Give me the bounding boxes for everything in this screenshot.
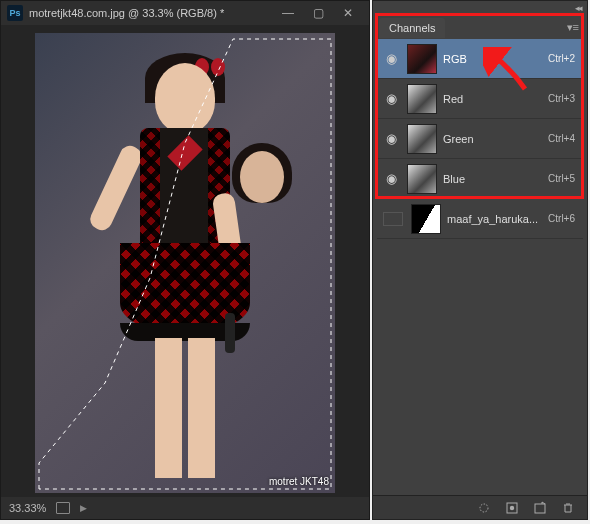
photoshop-app-icon: Ps — [7, 5, 23, 21]
visibility-eye-icon[interactable]: ◉ — [381, 91, 401, 106]
channel-row-green[interactable]: ◉ Green Ctrl+4 — [377, 119, 583, 159]
channel-row-rgb[interactable]: ◉ RGB Ctrl+2 — [377, 39, 583, 79]
channel-thumbnail — [411, 204, 441, 234]
new-channel-icon[interactable] — [531, 500, 549, 516]
channel-row-alpha[interactable]: maaf_ya_haruka... Ctrl+6 — [377, 199, 583, 239]
zoom-level[interactable]: 33.33% — [9, 502, 46, 514]
load-channel-as-selection-icon[interactable] — [475, 500, 493, 516]
visibility-eye-icon[interactable]: ◉ — [381, 131, 401, 146]
svg-point-2 — [510, 505, 514, 509]
channel-name: Red — [443, 93, 548, 105]
channel-shortcut: Ctrl+4 — [548, 133, 579, 144]
channels-tab[interactable]: Channels — [379, 18, 445, 38]
channels-panel: ◂◂ Channels ▾≡ ◉ RGB Ctrl+2 ◉ Red Ctrl+3… — [372, 0, 588, 520]
channel-name: Green — [443, 133, 548, 145]
panel-menu-icon[interactable]: ▾≡ — [567, 21, 579, 34]
maximize-button[interactable]: ▢ — [303, 2, 333, 24]
channel-shortcut: Ctrl+6 — [548, 213, 579, 224]
status-bar: 33.33% ▶ — [1, 497, 369, 519]
visibility-toggle-empty[interactable] — [383, 212, 403, 226]
canvas-area[interactable]: motret JKT48 — [1, 25, 369, 499]
channels-tab-label: Channels — [389, 22, 435, 34]
close-button[interactable]: ✕ — [333, 2, 363, 24]
svg-rect-3 — [535, 504, 545, 513]
document-title: motretjkt48.com.jpg @ 33.3% (RGB/8) * — [29, 7, 273, 19]
channel-thumbnail — [407, 164, 437, 194]
channel-row-red[interactable]: ◉ Red Ctrl+3 — [377, 79, 583, 119]
svg-point-0 — [480, 504, 488, 512]
document-info-icon[interactable] — [56, 502, 70, 514]
panel-footer — [373, 495, 587, 519]
channel-shortcut: Ctrl+5 — [548, 173, 579, 184]
document-image[interactable]: motret JKT48 — [35, 33, 335, 493]
visibility-eye-icon[interactable]: ◉ — [381, 51, 401, 66]
channel-shortcut: Ctrl+3 — [548, 93, 579, 104]
document-window: Ps motretjkt48.com.jpg @ 33.3% (RGB/8) *… — [0, 0, 370, 520]
channel-list: ◉ RGB Ctrl+2 ◉ Red Ctrl+3 ◉ Green Ctrl+4… — [377, 39, 583, 239]
delete-channel-icon[interactable] — [559, 500, 577, 516]
titlebar[interactable]: Ps motretjkt48.com.jpg @ 33.3% (RGB/8) *… — [1, 1, 369, 25]
minimize-button[interactable]: — — [273, 2, 303, 24]
channel-name: RGB — [443, 53, 548, 65]
save-selection-as-channel-icon[interactable] — [503, 500, 521, 516]
visibility-eye-icon[interactable]: ◉ — [381, 171, 401, 186]
channel-thumbnail — [407, 44, 437, 74]
status-chevron-icon[interactable]: ▶ — [80, 503, 87, 513]
channel-thumbnail — [407, 124, 437, 154]
collapse-panel-icon[interactable]: ◂◂ — [575, 3, 581, 13]
channel-row-blue[interactable]: ◉ Blue Ctrl+5 — [377, 159, 583, 199]
channel-name: maaf_ya_haruka... — [447, 213, 548, 225]
channel-thumbnail — [407, 84, 437, 114]
channel-name: Blue — [443, 173, 548, 185]
image-watermark: motret JKT48 — [269, 476, 329, 487]
channel-shortcut: Ctrl+2 — [548, 53, 579, 64]
